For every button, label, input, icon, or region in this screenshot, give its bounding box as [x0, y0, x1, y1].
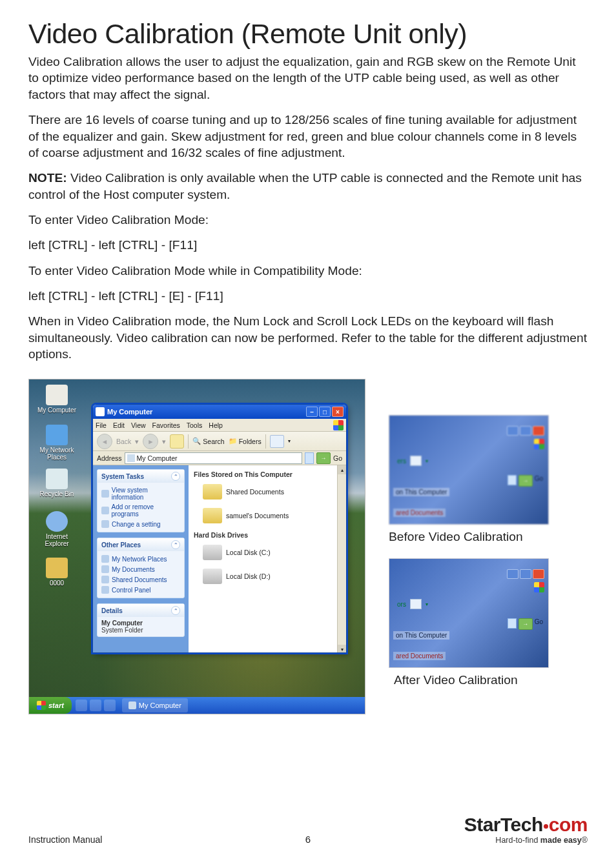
forward-dropdown[interactable]: ▾ [162, 438, 166, 445]
menu-help[interactable]: Help [209, 421, 223, 429]
chevron-up-icon[interactable]: ⌃ [171, 540, 180, 549]
place-label: Control Panel [112, 587, 151, 594]
quick-launch-item[interactable] [76, 700, 87, 711]
folders-button[interactable]: 📁Folders [229, 437, 262, 445]
desktop-icon-ie[interactable]: Internet Explorer [34, 511, 79, 547]
fragment-text: on This Computer [393, 631, 449, 640]
quick-launch-item[interactable] [104, 700, 116, 711]
menu-view[interactable]: View [131, 421, 146, 429]
fragment-text: on This Computer [393, 488, 449, 496]
chevron-up-icon[interactable]: ⌃ [171, 472, 180, 481]
item-local-disk-c[interactable]: Local Disk (C:) [194, 543, 332, 567]
search-button[interactable]: 🔍Search [192, 437, 224, 445]
fragment-text: ared Documents [393, 509, 446, 517]
desktop-icon-recycle-bin[interactable]: Recycle Bin [34, 469, 79, 498]
go-label: Go [333, 454, 342, 462]
windows-desktop: My Computer My Network Places Recycle Bi… [28, 379, 365, 714]
scroll-down-icon[interactable]: ▾ [338, 645, 347, 653]
panel-header[interactable]: Details [101, 607, 123, 614]
page-number: 6 [305, 834, 311, 845]
address-bar: Address My Computer → Go [93, 451, 346, 465]
menu-favorites[interactable]: Favorites [152, 421, 180, 429]
start-button[interactable]: start [29, 697, 72, 714]
folder-icon [101, 576, 109, 583]
content-pane: Files Stored on This Computer Shared Doc… [189, 465, 337, 653]
desktop-icon-network-places[interactable]: My Network Places [34, 425, 79, 461]
chevron-up-icon[interactable]: ⌃ [171, 606, 180, 615]
close-icon [533, 426, 544, 436]
windows-flag-icon [534, 582, 544, 592]
note-text: Video Calibration is only available when… [28, 171, 582, 201]
task-label: Add or remove programs [112, 503, 180, 518]
views-button[interactable] [270, 435, 284, 448]
quick-launch-item[interactable] [90, 700, 101, 711]
computer-icon [128, 701, 136, 709]
task-view-system-info[interactable]: View system information [101, 485, 180, 502]
menu-file[interactable]: File [96, 421, 107, 429]
panel-header[interactable]: System Tasks [101, 473, 144, 480]
folders-icon: 📁 [229, 437, 237, 445]
taskbar-button-my-computer[interactable]: My Computer [122, 698, 188, 712]
go-icon: → [518, 475, 533, 487]
screenshot-after: ors▾ →Go on This Computer ared Documents [389, 558, 549, 668]
panel-header[interactable]: Other Places [101, 541, 141, 549]
brand-tagline: Hard-to-find made easy® [464, 836, 588, 845]
search-icon: 🔍 [192, 437, 201, 445]
dropdown-icon: ▾ [426, 458, 428, 464]
back-button[interactable]: ◄ [97, 434, 112, 449]
address-dropdown[interactable] [305, 452, 314, 464]
maximize-button[interactable]: □ [319, 407, 331, 417]
screenshot-main: My Computer My Network Places Recycle Bi… [28, 379, 371, 714]
item-shared-documents[interactable]: Shared Documents [194, 482, 332, 506]
key-sequence: left [CTRL] - left [CTRL] - [E] - [F11] [28, 288, 588, 304]
window-title: My Computer [107, 408, 152, 416]
up-button[interactable] [170, 434, 184, 449]
tag-part: Hard-to-find [495, 836, 540, 845]
menu-edit[interactable]: Edit [113, 421, 125, 429]
section-hard-disk-drives: Hard Disk Drives [194, 530, 332, 543]
item-user-documents[interactable]: samuel's Documents [194, 506, 332, 530]
go-button[interactable]: → [316, 452, 331, 464]
scroll-up-icon[interactable]: ▴ [338, 465, 347, 474]
programs-icon [101, 507, 109, 514]
explorer-window: My Computer – □ × File Edit View Favorit… [92, 404, 347, 653]
back-dropdown[interactable]: ▾ [135, 438, 139, 445]
window-titlebar[interactable]: My Computer – □ × [93, 405, 346, 419]
address-value: My Computer [137, 454, 178, 462]
fragment-text: ared Documents [393, 652, 446, 660]
place-my-documents[interactable]: My Documents [101, 564, 180, 574]
windows-flag-icon [333, 420, 344, 430]
menu-bar: File Edit View Favorites Tools Help [93, 419, 346, 432]
go-label: Go [535, 618, 543, 630]
footer-left: Instruction Manual [28, 834, 102, 845]
paragraph: To enter Video Calibration Mode while in… [28, 263, 588, 279]
item-label: Local Disk (D:) [226, 572, 271, 580]
place-control-panel[interactable]: Control Panel [101, 585, 180, 595]
dropdown-icon: ▾ [426, 601, 428, 607]
task-change-setting[interactable]: Change a setting [101, 519, 180, 529]
windows-logo-icon [37, 701, 46, 710]
section-files-stored: Files Stored on This Computer [194, 469, 332, 482]
icon-label: My Computer [37, 407, 76, 414]
page-heading: Video Calibration (Remote Unit only) [28, 19, 588, 48]
note-label: NOTE: [28, 171, 67, 185]
desktop-icon-my-computer[interactable]: My Computer [34, 385, 79, 414]
fragment-text: ors [397, 601, 406, 608]
tasks-pane: System Tasks⌃ View system information Ad… [93, 465, 189, 653]
hdd-icon [203, 545, 222, 560]
menu-tools[interactable]: Tools [187, 421, 203, 429]
scrollbar[interactable]: ▴ ▾ [337, 465, 346, 653]
taskbar-button-label: My Computer [139, 701, 181, 709]
views-dropdown[interactable]: ▾ [288, 438, 291, 444]
address-field[interactable]: My Computer [125, 452, 302, 464]
minimize-button[interactable]: – [306, 407, 318, 417]
desktop-icon-folder[interactable]: 0000 [34, 558, 79, 587]
place-shared-documents[interactable]: Shared Documents [101, 574, 180, 585]
place-network[interactable]: My Network Places [101, 554, 180, 564]
task-add-remove-programs[interactable]: Add or remove programs [101, 502, 180, 519]
close-button[interactable]: × [332, 407, 344, 417]
item-local-disk-d[interactable]: Local Disk (D:) [194, 567, 332, 590]
network-icon [101, 555, 109, 563]
address-label: Address [97, 454, 122, 462]
forward-button[interactable]: ► [143, 434, 158, 449]
